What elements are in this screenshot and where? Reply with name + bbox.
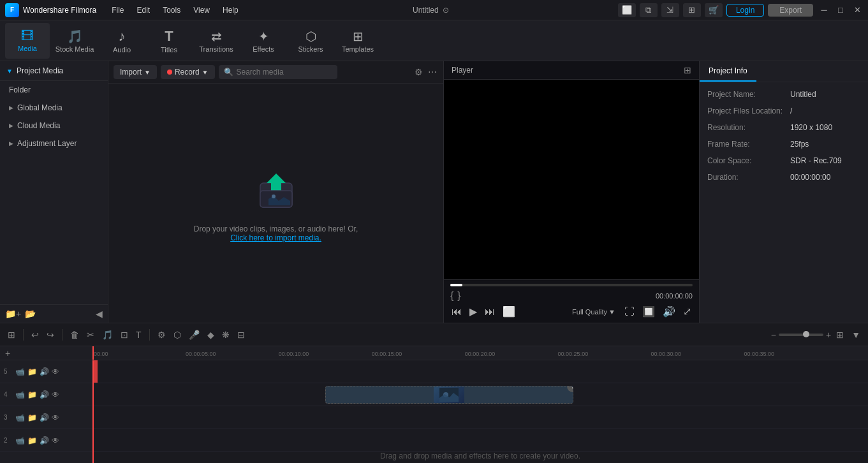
toolbar-item-stock[interactable]: 🎵 Stock Media [52, 23, 97, 59]
collapse-panel-btn[interactable]: ◀ [96, 309, 103, 319]
left-panel-folder[interactable]: Folder [0, 81, 108, 99]
track-camera-icon-4[interactable]: 📹 [15, 390, 25, 399]
search-input[interactable] [219, 65, 337, 79]
toolbar-item-media[interactable]: 🎞 Media [5, 23, 50, 59]
step-back-button[interactable]: ⏮ [450, 305, 463, 319]
tab-project-info[interactable]: Project Info [700, 61, 756, 82]
speed-btn[interactable]: ⚙ [155, 328, 168, 341]
expand-icon-btn[interactable]: ⇲ [661, 3, 679, 17]
app-logo: F Wondershare Filmora [5, 3, 96, 17]
duration-value: 00:00:00:00 [790, 173, 830, 182]
track-clip-4[interactable]: + [325, 386, 573, 404]
left-panel-global-media[interactable]: ▶ Global Media [0, 99, 108, 117]
track-audio-icon-2[interactable]: 🔊 [40, 436, 49, 445]
ungroup-btn[interactable]: ⊡ [118, 328, 131, 341]
audio-detach-btn[interactable]: 🎵 [99, 328, 115, 341]
track-eye-icon-4[interactable]: 👁 [52, 390, 59, 399]
toolbar-item-stickers[interactable]: ⬡ Stickers [288, 23, 333, 59]
track-row-3[interactable] [92, 406, 868, 429]
more-btn[interactable]: ▼ [849, 328, 863, 341]
text-btn[interactable]: T [133, 328, 144, 341]
toolbar-item-transitions[interactable]: ⇄ Transitions [194, 23, 239, 59]
menu-help[interactable]: Help [217, 4, 244, 16]
mark-btn[interactable]: ⬡ [171, 328, 184, 341]
monitor-icon-btn[interactable]: ⬜ [618, 3, 636, 17]
undo-btn[interactable]: ↩ [29, 328, 41, 341]
zoom-in-btn[interactable]: + [826, 330, 831, 340]
track-audio-icon-3[interactable]: 🔊 [40, 413, 49, 422]
maximize-button[interactable]: □ [835, 4, 846, 16]
keyframe-btn[interactable]: ◆ [205, 328, 217, 341]
toolbar-item-audio[interactable]: ♪ Audio [99, 23, 144, 59]
cart-icon-btn[interactable]: 🛒 [705, 3, 723, 17]
menu-edit[interactable]: Edit [132, 4, 156, 16]
track-camera-icon-3[interactable]: 📹 [15, 413, 25, 422]
player-panel: Player ⊞ { } 00:00:00:00 ⏮ ▶ ⏭ ⬜ Full Qu [444, 61, 699, 323]
zoom-slider-handle[interactable] [803, 331, 809, 337]
fullscreen-button[interactable]: ⛶ [623, 305, 636, 319]
track-audio-icon-5[interactable]: 🔊 [40, 367, 49, 376]
track-eye-icon-3[interactable]: 👁 [52, 413, 59, 422]
track-num-4: 4 [4, 391, 13, 398]
grid-icon-btn[interactable]: ⊞ [683, 3, 701, 17]
filter-icon[interactable]: ⚙ [413, 66, 424, 78]
add-track-btn[interactable]: ⊞ [5, 328, 18, 341]
progress-bar[interactable] [450, 284, 693, 286]
player-settings-icon[interactable]: ⊞ [684, 65, 691, 75]
voice-btn[interactable]: 🎤 [186, 328, 202, 341]
mark-in-btn[interactable]: { [450, 290, 453, 302]
add-clip-btn[interactable]: + [567, 386, 573, 392]
import-button[interactable]: Import ▼ [114, 65, 157, 79]
track-camera-icon-5[interactable]: 📹 [15, 367, 25, 376]
import-link[interactable]: Click here to import media. [230, 233, 321, 242]
track-row-4[interactable]: + [92, 383, 868, 406]
track-header-5: 5 📹 📁 🔊 👁 [0, 360, 92, 383]
delete-btn[interactable]: 🗑 [68, 328, 82, 341]
drop-icon [251, 164, 302, 217]
ai-btn[interactable]: ❋ [219, 328, 232, 341]
export-button[interactable]: Export [768, 4, 813, 17]
track-folder-icon-2[interactable]: 📁 [27, 436, 37, 445]
grid-layout-btn[interactable]: ⊞ [834, 328, 846, 341]
close-button[interactable]: ✕ [851, 4, 863, 16]
track-eye-icon-2[interactable]: 👁 [52, 436, 59, 445]
track-eye-icon-5[interactable]: 👁 [52, 367, 59, 376]
record-button[interactable]: Record ▼ [161, 65, 215, 79]
zoom-out-btn[interactable]: − [771, 330, 776, 340]
toolbar-item-titles[interactable]: T Titles [147, 23, 191, 59]
play-button[interactable]: ▶ [468, 304, 478, 319]
toolbar-item-templates[interactable]: ⊞ Templates [335, 23, 380, 59]
ruler-label-3: 00:00:15:00 [372, 351, 402, 357]
cut-btn[interactable]: ✂ [84, 328, 97, 341]
pip-btn[interactable]: ⊟ [235, 328, 247, 341]
crop-button[interactable]: 🔲 [641, 304, 656, 319]
add-folder-icon[interactable]: 📁+ [5, 309, 21, 319]
add-video-track-btn[interactable]: + [5, 348, 10, 358]
toolbar-item-effects[interactable]: ✦ Effects [241, 23, 286, 59]
layout-icon-btn[interactable]: ⧉ [640, 3, 658, 17]
track-audio-icon-4[interactable]: 🔊 [40, 390, 49, 399]
menu-view[interactable]: View [188, 4, 215, 16]
volume-button[interactable]: 🔊 [661, 304, 677, 319]
track-row-2[interactable] [92, 429, 868, 452]
menu-tools[interactable]: Tools [158, 4, 186, 16]
track-row-5[interactable] [92, 360, 868, 383]
more-options-icon[interactable]: ⋯ [427, 66, 438, 78]
menu-file[interactable]: File [107, 4, 129, 16]
expand-button[interactable]: ⤢ [682, 304, 693, 319]
track-folder-icon-3[interactable]: 📁 [27, 413, 37, 422]
minimize-button[interactable]: ─ [818, 4, 830, 16]
track-folder-icon-4[interactable]: 📁 [27, 390, 37, 399]
track-folder-icon-5[interactable]: 📁 [27, 367, 37, 376]
quality-button[interactable]: Full Quality ▼ [572, 308, 615, 316]
new-folder-icon[interactable]: 📂 [25, 309, 36, 319]
track-camera-icon-2[interactable]: 📹 [15, 436, 25, 445]
left-panel-cloud-media[interactable]: ▶ Cloud Media [0, 117, 108, 135]
step-forward-button[interactable]: ⏭ [483, 305, 496, 319]
redo-btn[interactable]: ↪ [44, 328, 57, 341]
left-panel-adjustment-layer[interactable]: ▶ Adjustment Layer [0, 135, 108, 152]
zoom-slider[interactable] [779, 334, 823, 336]
mark-out-btn[interactable]: } [457, 290, 460, 302]
login-button[interactable]: Login [726, 4, 764, 17]
screenshot-button[interactable]: ⬜ [501, 304, 517, 319]
